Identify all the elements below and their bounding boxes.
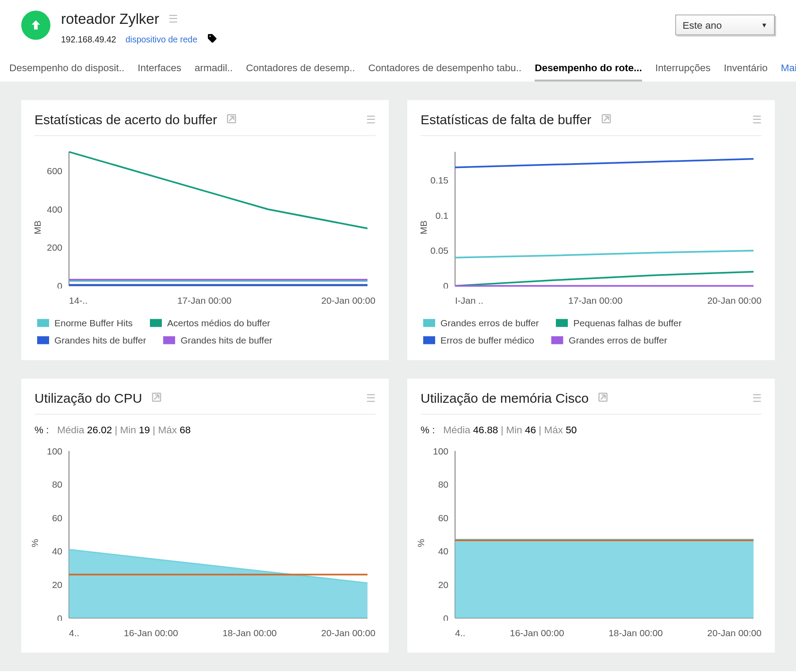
legend-label: Grandes erros de buffer bbox=[569, 335, 667, 346]
svg-text:40: 40 bbox=[52, 546, 62, 556]
y-axis-label: MB bbox=[32, 221, 43, 235]
svg-text:0: 0 bbox=[443, 613, 448, 621]
y-axis-label: % bbox=[29, 539, 40, 547]
svg-text:0: 0 bbox=[57, 281, 62, 289]
time-range-value: Este ano bbox=[683, 19, 722, 31]
card-buffer-hits: Estatísticas de acerto do buffer ☰ MB020… bbox=[21, 100, 389, 360]
title-menu-icon[interactable]: ☰ bbox=[168, 14, 178, 25]
legend-item[interactable]: Grandes erros de buffer bbox=[423, 318, 539, 328]
svg-text:0: 0 bbox=[443, 281, 448, 289]
legend-item[interactable]: Erros de buffer médico bbox=[423, 335, 534, 346]
popout-icon[interactable] bbox=[226, 113, 237, 126]
card-title: Utilização de memória Cisco bbox=[421, 391, 589, 406]
card-cpu: Utilização do CPU ☰ % : Média 26.02 | Mi… bbox=[21, 379, 389, 653]
legend-label: Enorme Buffer Hits bbox=[54, 318, 133, 328]
y-axis-label: % bbox=[415, 539, 426, 547]
cpu-stats: % : Média 26.02 | Min 19 | Máx 68 bbox=[34, 424, 375, 435]
svg-text:80: 80 bbox=[438, 479, 448, 489]
legend-swatch bbox=[163, 336, 175, 344]
tag-icon[interactable] bbox=[207, 33, 217, 46]
tab-interrup-es[interactable]: Interrupções bbox=[655, 58, 711, 82]
legend-swatch bbox=[551, 336, 563, 344]
tab-contadores-de-desemp[interactable]: Contadores de desemp.. bbox=[246, 58, 355, 82]
tab-armadil[interactable]: armadil.. bbox=[195, 58, 233, 82]
svg-text:0.1: 0.1 bbox=[436, 210, 448, 221]
legend-label: Grandes erros de buffer bbox=[440, 318, 539, 328]
card-title: Estatísticas de falta de buffer bbox=[421, 112, 591, 128]
card-menu-icon[interactable]: ☰ bbox=[366, 114, 375, 126]
svg-marker-33 bbox=[455, 539, 754, 618]
tab-interfaces[interactable]: Interfaces bbox=[138, 58, 181, 82]
legend-item[interactable]: Pequenas falhas de buffer bbox=[556, 318, 682, 328]
y-axis-label: MB bbox=[418, 221, 429, 235]
mem-stats: % : Média 46.88 | Min 46 | Máx 50 bbox=[421, 424, 762, 435]
legend-item[interactable]: Acertos médios do buffer bbox=[150, 318, 270, 328]
svg-text:40: 40 bbox=[438, 546, 448, 556]
chevron-down-icon: ▼ bbox=[761, 21, 768, 29]
card-title: Estatísticas de acerto do buffer bbox=[34, 112, 217, 128]
legend-swatch bbox=[150, 319, 162, 327]
svg-text:100: 100 bbox=[47, 448, 62, 456]
tab-desempenho-do-rote[interactable]: Desempenho do rote... bbox=[535, 58, 642, 82]
svg-text:20: 20 bbox=[438, 580, 448, 590]
svg-text:60: 60 bbox=[52, 513, 62, 523]
legend-label: Erros de buffer médico bbox=[440, 335, 534, 346]
svg-text:400: 400 bbox=[47, 204, 62, 214]
legend-item[interactable]: Enorme Buffer Hits bbox=[37, 318, 133, 328]
legend-item[interactable]: Grandes hits de buffer bbox=[163, 335, 272, 346]
svg-text:200: 200 bbox=[47, 242, 62, 252]
tab-desempenho-do-disposit[interactable]: Desempenho do disposit.. bbox=[9, 58, 124, 82]
card-menu-icon[interactable]: ☰ bbox=[752, 114, 762, 126]
tab-contadores-de-desempenho-tabu[interactable]: Contadores de desempenho tabu.. bbox=[368, 58, 522, 82]
svg-text:60: 60 bbox=[438, 513, 448, 523]
svg-text:0: 0 bbox=[57, 613, 62, 621]
legend-item[interactable]: Grandes erros de buffer bbox=[551, 335, 667, 346]
tab-invent-rio[interactable]: Inventário bbox=[724, 58, 768, 82]
tab-mais[interactable]: Mais bbox=[781, 58, 796, 82]
svg-text:20: 20 bbox=[52, 580, 62, 590]
card-memory: Utilização de memória Cisco ☰ % : Média … bbox=[407, 379, 775, 653]
card-menu-icon[interactable]: ☰ bbox=[752, 392, 762, 405]
card-title: Utilização do CPU bbox=[34, 391, 142, 406]
svg-marker-23 bbox=[69, 550, 367, 618]
svg-text:0.05: 0.05 bbox=[430, 245, 448, 256]
legend-swatch bbox=[556, 319, 568, 327]
svg-text:80: 80 bbox=[52, 479, 62, 489]
popout-icon[interactable] bbox=[601, 113, 611, 126]
legend-swatch bbox=[37, 336, 49, 344]
popout-icon[interactable] bbox=[151, 392, 162, 405]
legend-swatch bbox=[423, 336, 435, 344]
legend-label: Acertos médios do buffer bbox=[167, 318, 270, 328]
svg-text:100: 100 bbox=[433, 448, 448, 456]
device-type-link[interactable]: dispositivo de rede bbox=[126, 34, 198, 45]
legend-swatch bbox=[37, 319, 49, 327]
tabs-bar: Desempenho do disposit..Interfacesarmadi… bbox=[0, 58, 796, 82]
svg-text:600: 600 bbox=[47, 166, 62, 176]
card-menu-icon[interactable]: ☰ bbox=[366, 392, 375, 405]
legend-label: Grandes hits de buffer bbox=[180, 335, 272, 346]
device-ip: 192.168.49.42 bbox=[61, 34, 116, 45]
svg-text:0.15: 0.15 bbox=[430, 175, 448, 185]
legend-item[interactable]: Grandes hits de buffer bbox=[37, 335, 146, 346]
card-buffer-miss: Estatísticas de falta de buffer ☰ MB00.0… bbox=[407, 100, 775, 360]
popout-icon[interactable] bbox=[598, 392, 608, 405]
legend-swatch bbox=[423, 319, 435, 327]
legend-label: Pequenas falhas de buffer bbox=[574, 318, 682, 328]
legend-label: Grandes hits de buffer bbox=[54, 335, 146, 346]
page-title: roteador Zylker bbox=[61, 11, 159, 28]
time-range-select[interactable]: Este ano ▼ bbox=[675, 15, 775, 35]
status-up-icon bbox=[21, 11, 50, 40]
